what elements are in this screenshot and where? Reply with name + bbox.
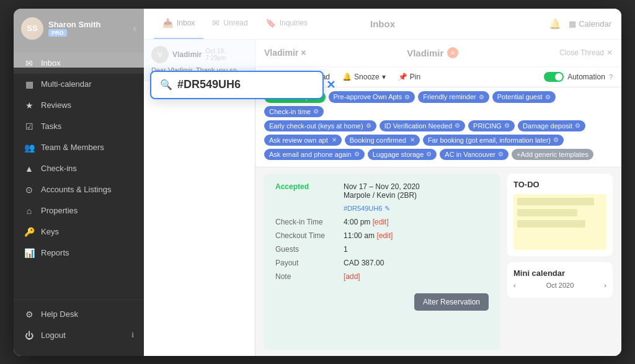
note-add-link[interactable]: [add]	[344, 272, 360, 281]
close-thread-button[interactable]: Close Thread ✕	[559, 48, 613, 57]
search-popup-input[interactable]	[177, 78, 321, 91]
sidebar-item-keys[interactable]: 🔑 Keys	[14, 221, 144, 242]
snooze-label: Snooze	[354, 73, 380, 81]
template-friendly-reminder[interactable]: Friendly reminder ⚙	[418, 91, 489, 103]
mini-calendar-month: ‹ Oct 2020 ›	[513, 282, 606, 289]
todo-note[interactable]	[513, 194, 606, 250]
booking-row-checkin: Check-in Time 4:00 pm [edit]	[275, 218, 489, 226]
sidebar-collapse-icon[interactable]: ‹	[133, 23, 136, 34]
template-far-booking[interactable]: Far booking (got email, information late…	[423, 135, 564, 146]
tab-inquiries[interactable]: 🔖 Inquiries	[257, 9, 316, 39]
template-id-verification[interactable]: ID Verification Needed ⚙	[380, 120, 465, 131]
current-month: Oct 2020	[546, 282, 574, 289]
potential-guest-gear-icon: ⚙	[545, 94, 551, 100]
pricing-gear-icon: ⚙	[504, 122, 510, 129]
sidebar-item-reviews[interactable]: ★ Reviews	[14, 95, 144, 116]
sidebar-item-team[interactable]: 👥 Team & Members	[14, 137, 144, 158]
sidebar-item-multi-calendar-label: Multi-calendar	[41, 79, 92, 89]
sidebar-item-reports[interactable]: 📊 Reports	[14, 242, 144, 264]
template-checkin-time[interactable]: Check-in time ⚙	[264, 106, 324, 117]
thread-item-header: V Vladimir Oct 19, 7:29pm	[151, 46, 247, 63]
bell-icon[interactable]: 🔔	[549, 18, 561, 30]
calendar-label: Calendar	[579, 19, 611, 29]
template-add-generic[interactable]: +Add generic templates	[512, 149, 593, 160]
template-potential-guest[interactable]: Potential guest ⚙	[492, 91, 556, 103]
prev-month-icon[interactable]: ‹	[513, 282, 516, 289]
sidebar-item-accounts-label: Accounts & Listings	[41, 185, 111, 194]
ask-email-gear-icon: ⚙	[354, 151, 360, 158]
topbar-right: 🔔 ▦ Calendar	[549, 18, 611, 30]
sidebar-item-team-label: Team & Members	[41, 143, 104, 152]
template-pre-approve[interactable]: Pre-approve Own Apts ⚙	[329, 91, 415, 103]
calendar-icon: ▦	[24, 79, 35, 89]
template-row-3: Ask review own apt ✕ Booking confirmed ✕…	[264, 135, 613, 146]
tab-inbox[interactable]: 📥 Inbox	[154, 9, 203, 39]
sidebar-item-checkins[interactable]: ▲ Check-ins	[14, 158, 144, 179]
template-early-checkout[interactable]: Early check-out (keys at home) ⚙	[264, 120, 376, 131]
pin-button[interactable]: 📌 Pin	[394, 71, 424, 83]
template-pricing[interactable]: PRICING ⚙	[468, 120, 515, 131]
topbar: 📥 Inbox ✉ Unread 🔖 Inquiries Inbox 🔔 ▦ C…	[144, 9, 621, 40]
sidebar-footer: ⚙ Help Desk ⏻ Logout ℹ	[14, 300, 144, 350]
ask-review-x-icon: ✕	[332, 136, 337, 143]
template-luggage[interactable]: Luggage storage ⚙	[368, 149, 437, 160]
sidebar-item-multi-calendar[interactable]: ▦ Multi-calendar	[14, 74, 144, 95]
checkout-edit-link[interactable]: [edit]	[376, 231, 393, 240]
guest-name-right: Vladimir A	[407, 47, 458, 58]
early-checkout-gear-icon: ⚙	[366, 122, 371, 129]
snooze-button[interactable]: 🔔 Snooze ▾	[339, 71, 389, 83]
next-month-icon[interactable]: ›	[604, 282, 606, 289]
id-verification-label: ID Verification Needed	[384, 122, 452, 130]
potential-guest-label: Potential guest	[497, 93, 543, 100]
checkins-icon: ▲	[24, 164, 35, 174]
damage-deposit-label: Damage deposit	[523, 122, 572, 130]
user-badge: PRO	[48, 29, 67, 37]
booking-row-id: #DR549UH6 ✎	[275, 205, 489, 213]
alter-reservation-button[interactable]: Alter Reservation	[414, 293, 489, 311]
automation-help-icon[interactable]: ?	[609, 73, 613, 81]
template-booking-confirmed[interactable]: Booking confirmed ✕	[345, 135, 420, 146]
template-ask-email[interactable]: Ask email and phone again ⚙	[264, 149, 365, 160]
far-booking-label: Far booking (got email, information late…	[428, 136, 551, 144]
template-ac-vancouver[interactable]: AC in Vancouver ⚙	[440, 149, 508, 160]
automation-toggle-switch[interactable]	[544, 72, 564, 82]
team-icon: 👥	[24, 143, 35, 153]
booking-row-guests: Guests 1	[275, 245, 489, 254]
sidebar-item-inbox-label: Inbox	[41, 58, 61, 68]
sidebar-item-accounts[interactable]: ⊙ Accounts & Listings	[14, 179, 144, 200]
platform-badge: A	[447, 47, 458, 58]
checkin-edit-link[interactable]: [edit]	[373, 218, 389, 226]
sidebar-item-inbox[interactable]: ✉ Inbox	[14, 53, 144, 74]
user-name: Sharon Smith	[48, 20, 101, 29]
automation-label: Automation	[567, 73, 605, 81]
search-popup-clear-icon[interactable]: ✕	[326, 78, 335, 92]
booking-dates-location: Nov 17 – Nov 20, 2020 Marpole / Kevin (2…	[344, 182, 420, 200]
pin-icon: 📌	[398, 73, 407, 81]
booking-row-checkout: Checkout Time 11:00 am [edit]	[275, 231, 489, 240]
mini-calendar-section: Mini calendar ‹ Oct 2020 ›	[507, 262, 613, 298]
snooze-chevron-icon: ▾	[382, 73, 386, 81]
sidebar-item-tasks-label: Tasks	[41, 122, 61, 131]
pre-approve-label: Pre-approve Own Apts	[334, 93, 402, 100]
main-content: 📥 Inbox ✉ Unread 🔖 Inquiries Inbox 🔔 ▦ C…	[144, 9, 621, 356]
template-damage-deposit[interactable]: Damage deposit ⚙	[518, 120, 585, 131]
thread-header: Vladimir × Vladimir A Close Thread ✕	[255, 40, 621, 67]
pin-label: Pin	[410, 73, 420, 81]
tab-inquiries-label: Inquiries	[280, 19, 308, 27]
sidebar-item-helpdesk-label: Help Desk	[41, 309, 78, 319]
template-ask-review[interactable]: Ask review own apt ✕	[264, 135, 342, 146]
sidebar-item-keys-label: Keys	[41, 227, 59, 236]
sidebar-item-tasks[interactable]: ☑ Tasks	[14, 116, 144, 137]
properties-icon: ⌂	[24, 206, 35, 216]
checkin-label: Check-in Time	[275, 218, 344, 226]
booking-row-status: Accepted Nov 17 – Nov 20, 2020 Marpole /…	[275, 182, 489, 200]
sidebar-item-properties[interactable]: ⌂ Properties	[14, 200, 144, 221]
sidebar-item-logout[interactable]: ⏻ Logout ℹ	[14, 325, 144, 346]
thread-name: Vladimir	[172, 50, 202, 59]
logout-icon: ⏻	[24, 331, 35, 340]
tab-unread[interactable]: ✉ Unread	[203, 9, 256, 39]
ac-vancouver-gear-icon: ⚙	[498, 151, 504, 158]
calendar-button[interactable]: ▦ Calendar	[569, 19, 611, 29]
sidebar-item-helpdesk[interactable]: ⚙ Help Desk	[14, 304, 144, 325]
damage-deposit-gear-icon: ⚙	[575, 122, 580, 129]
